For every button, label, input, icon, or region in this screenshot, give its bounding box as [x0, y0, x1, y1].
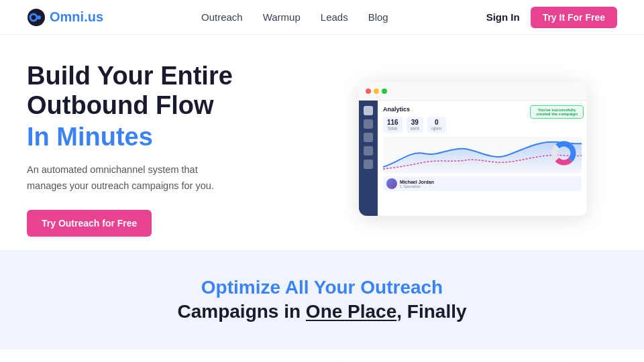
pie-chart: [549, 138, 579, 168]
hero-image: Analytics 116 total 39 sent 0 open: [329, 82, 617, 216]
logo[interactable]: Omni.us: [27, 8, 103, 27]
try-free-nav-button[interactable]: Try It For Free: [531, 7, 617, 28]
optimize-title-blue: Optimize All Your Outreach: [27, 277, 617, 298]
svg-point-2: [37, 15, 41, 19]
outreach-section: Outreach Send relevant messages to your …: [0, 349, 644, 362]
person-name: Michael Jordan: [400, 180, 578, 184]
optimize-subtitle: Campaigns in One Place, Finally: [27, 301, 617, 322]
sidebar-icon-3: [364, 133, 373, 142]
avatar: [386, 178, 397, 189]
logo-icon: [27, 8, 46, 27]
sign-in-button[interactable]: Sign In: [486, 11, 520, 23]
window-minimize-dot: [374, 88, 379, 94]
nav-links: Outreach Warmup Leads Blog: [201, 11, 388, 23]
person-row: Michael Jordan 1 Specialist: [383, 176, 582, 191]
stat-3: 0 open: [427, 117, 446, 133]
hero-title-blue: In Minutes: [27, 123, 309, 152]
stat-2: 39 sent: [407, 117, 423, 133]
nav-actions: Sign In Try It For Free: [486, 7, 617, 28]
nav-blog[interactable]: Blog: [368, 11, 388, 23]
window-close-dot: [366, 88, 371, 94]
sidebar-icon-1: [364, 106, 373, 115]
mockup-sidebar: [359, 101, 378, 216]
mockup-top-bar: [359, 82, 587, 101]
stat-1: 116 total: [383, 117, 402, 133]
hero-title: Build Your Entire Outbound Flow: [27, 62, 309, 120]
logo-text: Omni.us: [50, 9, 103, 25]
sidebar-icon-5: [364, 160, 373, 169]
optimize-section: Optimize All Your Outreach Campaigns in …: [0, 250, 644, 349]
mockup-body: Analytics 116 total 39 sent 0 open: [359, 101, 587, 216]
hero-content: Build Your Entire Outbound Flow In Minut…: [27, 62, 309, 237]
hero-cta-button[interactable]: Try Outreach for Free: [27, 210, 152, 237]
nav-outreach[interactable]: Outreach: [201, 11, 243, 23]
window-maximize-dot: [382, 88, 387, 94]
person-role: 1 Specialist: [400, 184, 578, 188]
sidebar-icon-2: [364, 119, 373, 129]
hero-section: Build Your Entire Outbound Flow In Minut…: [0, 35, 644, 250]
nav-warmup[interactable]: Warmup: [263, 11, 301, 23]
dashboard-mockup: Analytics 116 total 39 sent 0 open: [359, 82, 587, 216]
nav-leads[interactable]: Leads: [321, 11, 348, 23]
analytics-chart: [383, 137, 582, 174]
analytics-stats: 116 total 39 sent 0 open: [383, 117, 582, 133]
hero-subtitle: An automated omnichannel system that man…: [27, 162, 228, 193]
navbar: Omni.us Outreach Warmup Leads Blog Sign …: [0, 0, 644, 35]
success-badge: You've successfully created the campaign: [530, 105, 584, 119]
sidebar-icon-4: [364, 146, 373, 156]
